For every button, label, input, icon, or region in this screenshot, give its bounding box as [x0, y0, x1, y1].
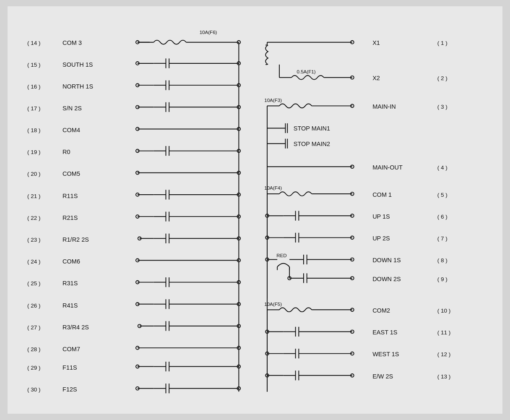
row-30-label: F12S: [62, 386, 77, 393]
row-15-num: ( 15 ): [27, 61, 41, 68]
right-row-3-label: MAIN-IN: [372, 103, 396, 110]
right-row-4-num: ( 4 ): [437, 164, 448, 171]
row-23-num: ( 23 ): [27, 237, 41, 243]
row-29-num: ( 29 ): [27, 365, 41, 371]
row-30-num: ( 30 ): [27, 386, 41, 393]
right-row-10-num: ( 10 ): [437, 308, 451, 314]
row-14-label: COM 3: [62, 39, 82, 46]
right-row-12-label: WEST 1S: [372, 351, 399, 357]
row-17-label: S/N 2S: [62, 105, 82, 112]
right-row-8-num: ( 8 ): [437, 257, 448, 263]
row-18-num: ( 18 ): [27, 127, 41, 133]
row-20-label: COM5: [62, 170, 80, 177]
row-18-label: COM4: [62, 127, 80, 133]
row-24-num: ( 24 ): [27, 258, 41, 265]
red-label: RED: [276, 253, 286, 258]
row-21-label: R11S: [62, 192, 78, 199]
right-row-13-label: E/W 2S: [372, 373, 393, 379]
right-row-6-num: ( 6 ): [437, 214, 448, 220]
row-16-label: NORTH 1S: [62, 83, 93, 90]
right-row-4-label: MAIN-OUT: [372, 164, 403, 171]
right-row-10-label: COM2: [372, 307, 390, 314]
row-23-label: R1/R2 2S: [62, 236, 89, 243]
row-25-num: ( 25 ): [27, 280, 41, 287]
right-row-13-num: ( 13 ): [437, 373, 451, 379]
right-row-9-num: ( 9 ): [437, 276, 448, 282]
row-19-num: ( 19 ): [27, 149, 41, 155]
fuse-f1-label: 0.5A(F1): [297, 69, 316, 74]
fuse-f6-label: 10A(F6): [200, 30, 217, 35]
stop-main1-label: STOP MAIN1: [294, 125, 330, 132]
right-row-6-label: UP 1S: [372, 213, 390, 220]
right-row-1-label: X1: [372, 39, 380, 46]
right-row-7-num: ( 7 ): [437, 235, 448, 242]
row-27-num: ( 27 ): [27, 324, 41, 330]
row-22-label: R21S: [62, 214, 78, 221]
row-26-num: ( 26 ): [27, 302, 41, 308]
right-row-11-num: ( 11 ): [437, 329, 451, 336]
row-28-label: COM7: [62, 346, 80, 352]
right-row-11-label: EAST 1S: [372, 329, 397, 336]
stop-main2-label: STOP MAIN2: [294, 141, 330, 147]
row-14-num: ( 14 ): [27, 40, 41, 46]
right-row-7-label: UP 2S: [372, 235, 390, 242]
fuse-f4-label: 10A(F4): [264, 185, 282, 190]
right-row-2-num: ( 2 ): [437, 75, 448, 81]
right-row-5-num: ( 5 ): [437, 192, 448, 198]
row-29-label: F11S: [62, 364, 77, 371]
row-20-num: ( 20 ): [27, 171, 41, 177]
row-15-label: SOUTH 1S: [62, 61, 93, 68]
row-22-num: ( 22 ): [27, 215, 41, 221]
row-24-label: COM6: [62, 258, 80, 265]
row-26-label: R41S: [62, 302, 78, 308]
svg-rect-0: [16, 15, 494, 404]
right-row-12-num: ( 12 ): [437, 351, 451, 357]
fuse-f3-label: 10A(F3): [264, 97, 282, 102]
right-row-8-label: DOWN 1S: [372, 257, 401, 263]
row-19-label: R0: [62, 149, 70, 155]
row-17-num: ( 17 ): [27, 105, 41, 112]
row-21-num: ( 21 ): [27, 193, 41, 199]
row-28-num: ( 28 ): [27, 346, 41, 352]
row-27-label: R3/R4 2S: [62, 323, 89, 330]
right-row-1-num: ( 1 ): [437, 40, 448, 46]
right-row-9-label: DOWN 2S: [372, 275, 401, 282]
diagram-container: ( 14 ) COM 3 10A(F6) ( 15 ) SOUTH 1S ( 1…: [8, 6, 502, 414]
row-25-label: R31S: [62, 280, 78, 287]
fuse-f5-label: 10A(F5): [264, 301, 282, 306]
right-row-5-label: COM 1: [372, 191, 392, 198]
right-row-3-num: ( 3 ): [437, 104, 448, 110]
row-16-num: ( 16 ): [27, 83, 41, 90]
right-row-2-label: X2: [372, 75, 380, 81]
